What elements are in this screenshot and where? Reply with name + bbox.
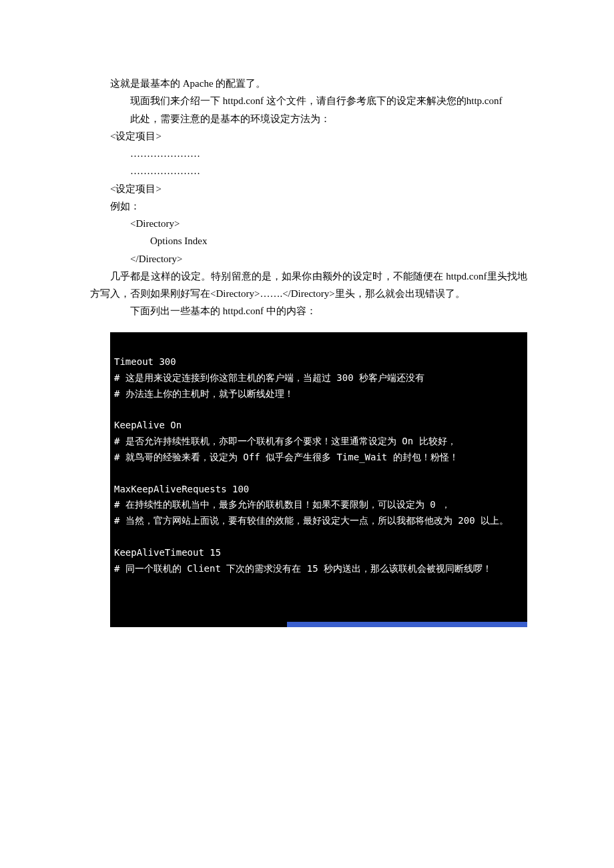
config-line: <设定项目>	[110, 180, 527, 197]
code-line: Timeout 300	[114, 356, 176, 367]
code-line: # 这是用来设定连接到你这部主机的客户端，当超过 300 秒客户端还没有	[114, 372, 424, 383]
code-line: # 办法连上你的主机时，就予以断线处理！	[114, 388, 294, 399]
paragraph: 下面列出一些基本的 httpd.conf 中的内容：	[110, 302, 527, 320]
code-line: MaxKeepAliveRequests 100	[114, 484, 249, 494]
code-line: # 当然，官方网站上面说，要有较佳的效能，最好设定大一点，所以我都将他改为 20…	[114, 515, 509, 526]
code-line: KeepAliveTimeout 15	[114, 547, 221, 558]
code-line: # 就鸟哥的经验来看，设定为 Off 似乎会产生很多 Time_Wait 的封包…	[114, 452, 458, 462]
config-line: </Directory>	[110, 250, 527, 268]
paragraph: 现面我们来介绍一下 httpd.conf 这个文件，请自行参考底下的设定来解决您…	[110, 92, 527, 109]
document-page: 这就是最基本的 Apache 的配置了。 现面我们来介绍一下 httpd.con…	[0, 0, 614, 868]
paragraph: 此处，需要注意的是基本的环境设定方法为：	[110, 110, 527, 127]
config-line: <设定项目>	[110, 127, 527, 145]
code-line: KeepAlive On	[114, 420, 182, 430]
code-line: # 是否允许持续性联机，亦即一个联机有多个要求！这里通常设定为 On 比较好，	[114, 436, 456, 446]
code-line: # 在持续性的联机当中，最多允许的联机数目！如果不要限制，可以设定为 0 ，	[114, 499, 450, 510]
paragraph: 几乎都是这样的设定。特别留意的是，如果你由额外的设定时，不能随便在 httpd.…	[90, 268, 527, 303]
code-block: Timeout 300 # 这是用来设定连接到你这部主机的客户端，当超过 300…	[110, 332, 527, 628]
paragraph: 这就是最基本的 Apache 的配置了。	[110, 75, 527, 92]
config-line: …………………	[110, 162, 527, 179]
code-line: # 同一个联机的 Client 下次的需求没有在 15 秒内送出，那么该联机会被…	[114, 563, 492, 574]
config-line: …………………	[110, 145, 527, 162]
config-line: Options Index	[110, 232, 527, 250]
config-line: <Directory>	[110, 215, 527, 232]
highlight-bar	[287, 622, 527, 627]
config-line: 例如：	[110, 197, 527, 215]
